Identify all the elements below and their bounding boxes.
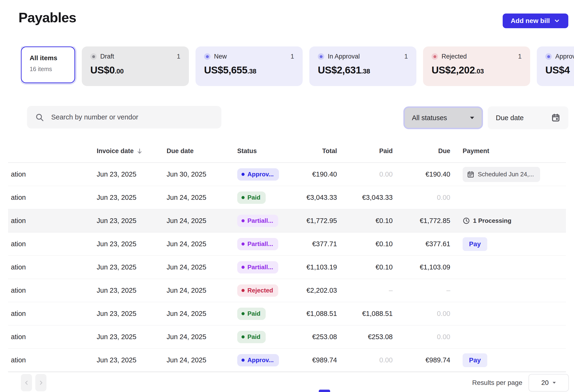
col-payment: Payment: [450, 147, 566, 155]
table-row[interactable]: ationJun 23, 2025Jun 24, 2025Approv...€9…: [8, 349, 566, 372]
table-row[interactable]: ationJun 23, 2025Jun 24, 2025Paid€253.08…: [8, 325, 566, 349]
status-dot-icon: [242, 173, 245, 176]
invoice-date-cell: Jun 23, 2025: [97, 170, 167, 178]
table-row[interactable]: ationJun 23, 2025Jun 24, 2025Paid€3,043.…: [8, 186, 566, 209]
pay-button[interactable]: Pay: [463, 353, 487, 367]
table-row[interactable]: ationJun 23, 2025Jun 30, 2025Approv...€1…: [8, 163, 566, 186]
filter-card-in-approval[interactable]: In Approval1US$2,631.38: [309, 46, 416, 86]
scheduled-payment-pill: Scheduled Jun 24,...: [463, 167, 540, 182]
status-dot-icon: [242, 335, 245, 338]
table-row[interactable]: ationJun 23, 2025Jun 24, 2025Partiall...…: [8, 232, 566, 256]
processing-label: 1 Processing: [473, 217, 512, 225]
status-cell: Paid: [237, 191, 290, 204]
page-size-dropdown[interactable]: 20: [529, 374, 569, 392]
status-dot-icon: [242, 359, 245, 362]
status-cell: Paid: [237, 331, 290, 343]
vendor-cell: ation: [8, 263, 97, 271]
table-row[interactable]: ationJun 23, 2025Jun 24, 2025Paid€1,088.…: [8, 302, 566, 325]
due-date-cell: Jun 30, 2025: [167, 170, 237, 178]
invoice-date-cell: Jun 23, 2025: [97, 263, 167, 271]
col-status: Status: [237, 147, 290, 155]
card-top: Draft1: [90, 53, 180, 60]
card-top: Approved: [545, 53, 574, 60]
invoice-date-cell: Jun 23, 2025: [97, 356, 167, 364]
results-per-page: Results per page 20: [472, 374, 569, 392]
total-cell: €377.71: [290, 240, 337, 248]
invoice-date-cell: Jun 23, 2025: [97, 333, 167, 341]
calendar-icon: [467, 171, 474, 178]
summary-cards-row: All items 16 items Draft1US$0.00New1US$5…: [21, 46, 574, 86]
card-count: 1: [404, 53, 408, 60]
status-badge: Approv...: [237, 354, 279, 366]
status-dot-icon: [242, 312, 245, 315]
total-cell: €3,043.33: [290, 194, 337, 202]
table-header-row: Invoice date Due date Status Total Paid …: [8, 140, 566, 163]
due-cell: €190.40: [393, 170, 450, 178]
paid-cell: €3,043.33: [337, 194, 393, 202]
due-date-cell: Jun 24, 2025: [167, 217, 237, 225]
pay-button[interactable]: Pay: [463, 237, 487, 251]
status-dot-icon: [204, 53, 210, 60]
status-cell: Paid: [237, 308, 290, 320]
col-due: Due: [393, 147, 450, 155]
table-row[interactable]: ationJun 23, 2025Jun 24, 2025Partiall...…: [8, 256, 566, 279]
filter-card-all-items[interactable]: All items 16 items: [21, 46, 75, 83]
status-cell: Partiall...: [237, 261, 290, 273]
status-dot-icon: [545, 53, 552, 60]
vendor-cell: ation: [8, 287, 97, 294]
add-new-bill-button[interactable]: Add new bill: [503, 14, 568, 28]
card-amount-main: US$2,631: [318, 64, 361, 76]
due-date-cell: Jun 24, 2025: [167, 240, 237, 248]
caret-down-icon: [470, 116, 474, 120]
table-row[interactable]: ationJun 23, 2025Jun 24, 2025Partiall...…: [8, 209, 566, 232]
status-badge-label: Partiall...: [247, 217, 273, 225]
results-per-page-label: Results per page: [472, 379, 522, 387]
filter-card-draft[interactable]: Draft1US$0.00: [82, 46, 189, 86]
filter-card-new[interactable]: New1US$5,655.38: [196, 46, 303, 86]
chevron-down-icon: [554, 18, 560, 24]
status-dot-icon: [318, 53, 324, 60]
invoice-date-cell: Jun 23, 2025: [97, 217, 167, 225]
search-field[interactable]: [27, 106, 221, 128]
next-page-button[interactable]: [35, 374, 46, 391]
status-badge: Paid: [237, 331, 266, 343]
page-title: Payables: [19, 9, 76, 25]
status-filter-value: All statuses: [412, 114, 447, 122]
filter-card-rejected[interactable]: Rejected1US$2,202.03: [423, 46, 530, 86]
status-badge: Paid: [237, 191, 266, 204]
table-row[interactable]: ationJun 23, 2025Jun 24, 2025Rejected€2,…: [8, 279, 566, 302]
status-badge: Paid: [237, 308, 266, 320]
search-input[interactable]: [51, 113, 213, 121]
caret-down-icon: [553, 382, 556, 384]
payment-cell: 1 Processing: [450, 217, 566, 225]
card-amount-main: US$5,655: [204, 64, 247, 76]
payment-cell: Scheduled Jun 24,...: [450, 167, 566, 182]
status-filter-dropdown[interactable]: All statuses: [405, 108, 482, 128]
sort-down-icon: [136, 148, 143, 155]
status-cell: Approv...: [237, 168, 290, 181]
status-badge: Partiall...: [237, 238, 278, 250]
payment-cell: Pay: [450, 237, 566, 251]
vendor-cell: ation: [8, 356, 97, 364]
vendor-cell: ation: [8, 310, 97, 318]
total-cell: €1,088.51: [290, 310, 337, 318]
status-dot-icon: [242, 289, 245, 292]
total-cell: €1,772.95: [290, 217, 337, 225]
card-count: 1: [177, 53, 180, 60]
status-dot-icon: [90, 53, 97, 60]
due-date-filter[interactable]: Due date: [488, 106, 568, 129]
card-top: Rejected1: [431, 53, 522, 60]
status-badge-label: Approv...: [247, 356, 274, 364]
due-date-filter-label: Due date: [496, 114, 524, 122]
due-cell: €1,103.09: [393, 263, 450, 271]
total-cell: €989.74: [290, 356, 337, 364]
due-date-cell: Jun 24, 2025: [167, 263, 237, 271]
prev-page-button[interactable]: [21, 374, 32, 391]
card-amount-fraction: .03: [475, 67, 484, 75]
page-size-value: 20: [541, 379, 549, 387]
paid-cell: €0.10: [337, 263, 393, 271]
filter-card-approved[interactable]: ApprovedUS$4: [537, 46, 574, 86]
col-invoice-date[interactable]: Invoice date: [97, 147, 167, 155]
paid-cell: €0.10: [337, 240, 393, 248]
status-cell: Partiall...: [237, 215, 290, 227]
